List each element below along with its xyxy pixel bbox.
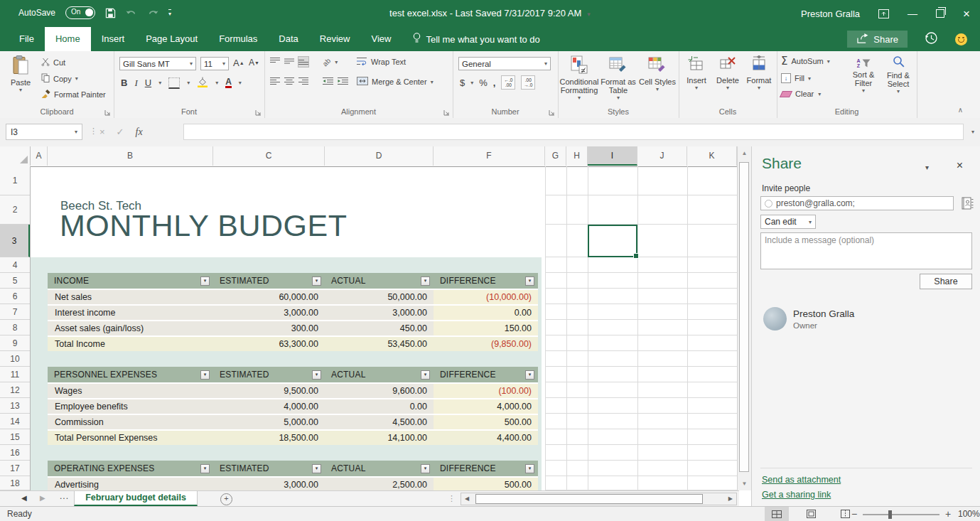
user-name[interactable]: Preston Gralla	[801, 9, 860, 19]
increase-font-icon[interactable]: A▲	[233, 58, 244, 68]
clipboard-dialog-launcher-icon[interactable]	[104, 109, 112, 116]
next-sheet-icon[interactable]: ▶	[40, 494, 45, 502]
cell[interactable]: Asset sales (gain/loss)	[48, 321, 213, 335]
get-sharing-link-link[interactable]: Get a sharing link	[762, 490, 831, 500]
fill-color-dropdown-icon[interactable]: ▾	[215, 80, 218, 86]
cell[interactable]: 4,000.00	[434, 399, 538, 414]
cell[interactable]: (10,000.00)	[434, 290, 538, 304]
format-as-table-button[interactable]: Format as Table ▾	[599, 55, 637, 101]
delete-cells-button[interactable]: Delete ▾	[713, 55, 743, 91]
vertical-scroll-thumb[interactable]	[739, 162, 749, 472]
number-format-combo[interactable]: General▾	[458, 57, 551, 70]
scroll-left-icon[interactable]: ◀	[465, 495, 469, 502]
filter-button[interactable]: ▾	[200, 464, 210, 473]
close-button[interactable]: ×	[963, 8, 970, 20]
page-layout-view-icon[interactable]	[799, 507, 823, 521]
cells-area[interactable]: Beech St. Tech MONTHLY BUDGET INCOME▾EST…	[0, 166, 737, 490]
cell[interactable]: 500.00	[434, 415, 538, 429]
alignment-dialog-launcher-icon[interactable]	[443, 109, 451, 116]
vertical-scrollbar[interactable]: ▲ ▼	[737, 146, 751, 490]
cell[interactable]: 4,000.00	[213, 399, 325, 414]
cell[interactable]: 0.00	[434, 306, 538, 320]
cell[interactable]: 9,500.00	[213, 384, 325, 398]
ribbon-tab-file[interactable]: File	[9, 27, 45, 51]
table-header-cell[interactable]: ESTIMATED▾	[213, 367, 325, 382]
table-header-cell[interactable]: ESTIMATED▾	[213, 461, 325, 476]
invite-people-input[interactable]: preston@gralla.com;	[760, 196, 954, 210]
row-header-16[interactable]: 16	[0, 445, 30, 461]
cell[interactable]: Total Personnel Expenses	[48, 431, 213, 445]
send-as-attachment-link[interactable]: Send as attachment	[762, 475, 841, 485]
cell[interactable]: Commission	[48, 415, 213, 429]
tell-me-box[interactable]: Tell me what you want to do	[413, 27, 539, 51]
ribbon-tab-page-layout[interactable]: Page Layout	[135, 27, 208, 51]
row-header-17[interactable]: 17	[0, 461, 30, 476]
cell[interactable]: 150.00	[434, 321, 538, 335]
cell[interactable]: 3,000.00	[325, 306, 434, 320]
row-header-8[interactable]: 8	[0, 320, 30, 335]
zoom-slider-track[interactable]	[863, 514, 939, 515]
name-box-dropdown-icon[interactable]: ▾	[75, 129, 77, 135]
cut-button[interactable]: Cut	[41, 58, 65, 68]
row-header-4[interactable]: 4	[0, 257, 30, 273]
table-header-cell[interactable]: INCOME▾	[48, 273, 213, 289]
normal-view-icon[interactable]	[765, 507, 789, 521]
column-header-J[interactable]: J	[637, 146, 687, 166]
font-color-dropdown-icon[interactable]: ▾	[239, 80, 242, 86]
cell[interactable]: 9,600.00	[325, 384, 434, 398]
column-header-B[interactable]: B	[48, 146, 213, 166]
align-center-icon[interactable]	[284, 77, 294, 87]
table-header-cell[interactable]: PERSONNEL EXPENSES▾	[48, 367, 213, 382]
format-painter-button[interactable]: Format Painter	[41, 89, 106, 100]
copy-button[interactable]: Copy ▾	[41, 73, 78, 84]
align-top-icon[interactable]	[270, 57, 280, 67]
column-header-H[interactable]: H	[566, 146, 588, 166]
filter-button[interactable]: ▾	[421, 276, 430, 286]
font-name-combo[interactable]: Gill Sans MT▾	[119, 57, 196, 70]
table-header-cell[interactable]: OPERATING EXPENSES▾	[48, 461, 213, 476]
ribbon-tab-view[interactable]: View	[360, 27, 402, 51]
row-header-7[interactable]: 7	[0, 304, 30, 320]
align-bottom-icon[interactable]	[298, 57, 308, 67]
find-select-button[interactable]: Find & Select ▾	[882, 55, 915, 95]
scroll-up-icon[interactable]: ▲	[738, 150, 751, 156]
font-color-icon[interactable]: A	[225, 78, 232, 88]
italic-button[interactable]: I	[134, 77, 137, 89]
address-book-icon[interactable]	[961, 197, 974, 213]
table-header-cell[interactable]: ACTUAL▾	[325, 367, 434, 382]
message-textarea[interactable]	[760, 232, 972, 269]
filter-button[interactable]: ▾	[525, 464, 534, 473]
cell[interactable]: 0.00	[325, 399, 434, 414]
zoom-percentage[interactable]: 100%	[958, 509, 980, 519]
cell[interactable]: 53,450.00	[325, 337, 434, 351]
cell[interactable]: 3,000.00	[213, 478, 325, 490]
row-header-10[interactable]: 10	[0, 351, 30, 367]
fill-color-icon[interactable]	[197, 77, 208, 89]
expand-formula-bar-icon[interactable]: ▾	[971, 129, 974, 135]
save-icon[interactable]	[105, 8, 116, 18]
decrease-indent-icon[interactable]	[323, 77, 333, 87]
decrease-decimal-button[interactable]: .00→.0	[521, 75, 535, 90]
cell[interactable]: 5,000.00	[213, 415, 325, 429]
bold-button[interactable]: B	[121, 77, 127, 88]
table-header-cell[interactable]: DIFFERENCE▾	[434, 367, 538, 382]
wrap-text-button[interactable]: Wrap Text	[357, 57, 406, 67]
ribbon-tab-insert[interactable]: Insert	[91, 27, 136, 51]
conditional-formatting-button[interactable]: Conditional Formatting ▾	[559, 55, 599, 101]
title-dropdown-icon[interactable]: ▾	[587, 11, 591, 18]
column-header-G[interactable]: G	[545, 146, 566, 166]
zoom-slider-thumb[interactable]	[888, 510, 892, 519]
font-dialog-launcher-icon[interactable]	[255, 109, 262, 116]
zoom-out-icon[interactable]: −	[851, 508, 857, 520]
ribbon-display-options-icon[interactable]	[878, 9, 889, 18]
currency-button[interactable]: $	[460, 77, 465, 88]
insert-function-icon[interactable]: fx	[136, 127, 143, 138]
cell-styles-button[interactable]: Cell Styles ▾	[639, 55, 676, 92]
scroll-down-icon[interactable]: ▼	[738, 480, 751, 487]
paste-button[interactable]: Paste ▾	[6, 55, 36, 93]
cell[interactable]: 4,500.00	[325, 415, 434, 429]
cell[interactable]: 450.00	[325, 321, 434, 335]
zoom-in-icon[interactable]: +	[945, 508, 951, 520]
name-box[interactable]: I3 ▾	[6, 124, 82, 140]
font-size-combo[interactable]: 11▾	[200, 57, 229, 70]
